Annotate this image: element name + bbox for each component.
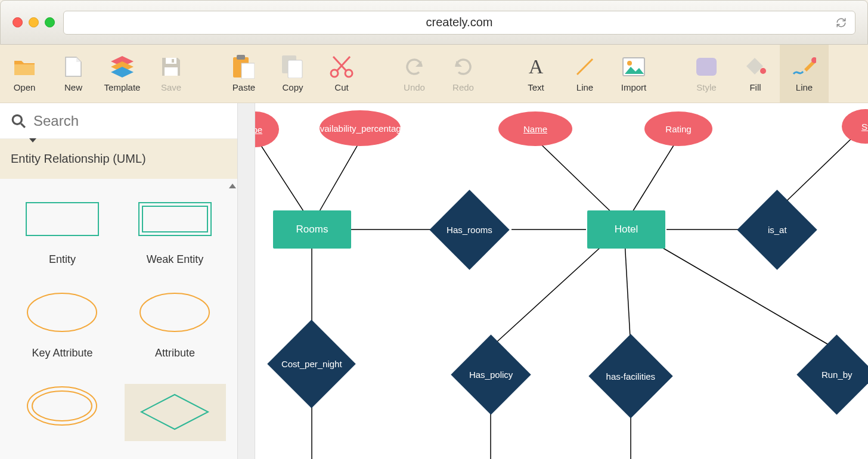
- svg-point-15: [627, 61, 632, 66]
- attribute-name[interactable]: Name: [498, 111, 572, 146]
- svg-line-38: [625, 241, 631, 348]
- search-row: [0, 103, 237, 139]
- shape-attribute[interactable]: Attribute: [125, 290, 226, 360]
- attribute-shape-icon: [138, 290, 212, 335]
- key-attribute-shape-icon: [25, 290, 100, 335]
- svg-rect-22: [139, 203, 211, 235]
- shape-panel: Entity Relationship (UML) Entity Weak En…: [0, 103, 237, 459]
- maximize-window-icon[interactable]: [45, 17, 55, 27]
- svg-point-24: [27, 293, 97, 331]
- style-button[interactable]: Style: [682, 45, 731, 103]
- line-button[interactable]: Line: [560, 45, 609, 103]
- svg-point-17: [760, 68, 766, 74]
- shape-entity[interactable]: Entity: [12, 197, 113, 266]
- text-button[interactable]: AText: [512, 45, 560, 103]
- svg-line-28: [255, 137, 309, 219]
- undo-button[interactable]: Undo: [390, 45, 439, 103]
- shape-weak-entity[interactable]: Weak Entity: [125, 197, 226, 266]
- svg-line-20: [21, 123, 25, 128]
- svg-line-13: [577, 59, 593, 75]
- shape-key-attribute[interactable]: Key Attribute: [12, 290, 113, 360]
- template-button[interactable]: Template: [98, 45, 147, 103]
- text-icon: A: [524, 55, 548, 79]
- attribute-type[interactable]: ype: [255, 111, 279, 147]
- svg-rect-0: [166, 58, 176, 64]
- svg-line-32: [777, 133, 857, 210]
- image-icon: [622, 55, 646, 79]
- entity-rooms[interactable]: Rooms: [273, 210, 351, 249]
- entity-shape-icon: [25, 197, 100, 241]
- svg-point-19: [13, 115, 21, 124]
- address-bar[interactable]: creately.com: [63, 11, 855, 35]
- relationship-is-at[interactable]: is_at: [737, 190, 817, 269]
- svg-rect-7: [288, 60, 302, 78]
- scroll-up-icon[interactable]: [229, 184, 236, 188]
- workspace: Entity Relationship (UML) Entity Weak En…: [0, 103, 868, 459]
- shape-label: Attribute: [155, 347, 195, 359]
- new-button[interactable]: New: [49, 45, 98, 103]
- shape-label: Entity: [49, 253, 76, 266]
- import-button[interactable]: Import: [609, 45, 658, 103]
- svg-rect-4: [237, 55, 245, 60]
- window-controls: [13, 17, 55, 27]
- shape-label: Weak Entity: [147, 253, 204, 266]
- open-button[interactable]: Open: [0, 45, 49, 103]
- toolbar: Open New Template Save Paste Copy Cut Un…: [0, 45, 868, 103]
- close-window-icon[interactable]: [13, 17, 23, 27]
- relationship-has-rooms[interactable]: Has_rooms: [429, 190, 509, 269]
- folder-icon: [13, 55, 36, 79]
- style-icon: [695, 55, 718, 79]
- relationship-shape-icon: [138, 390, 212, 435]
- paste-button[interactable]: Paste: [219, 45, 268, 103]
- pencil-icon: [792, 55, 816, 79]
- copy-icon: [281, 55, 305, 79]
- search-icon: [11, 113, 26, 129]
- svg-line-37: [491, 241, 607, 348]
- relationship-run-by[interactable]: Run_by: [796, 334, 868, 414]
- svg-line-31: [628, 138, 678, 219]
- save-button[interactable]: Save: [147, 45, 196, 103]
- canvas[interactable]: ype Availability_percentage Name Rating …: [255, 103, 868, 459]
- attribute-rating[interactable]: Rating: [644, 111, 712, 146]
- reload-icon[interactable]: [836, 17, 847, 28]
- svg-line-29: [315, 142, 359, 219]
- shapes-grid: Entity Weak Entity Key Attribute Attribu…: [0, 179, 237, 459]
- shape-relationship[interactable]: [125, 384, 226, 441]
- attribute-st[interactable]: St: [842, 109, 868, 144]
- save-icon: [159, 55, 183, 79]
- layers-icon: [110, 55, 134, 79]
- shape-multivalued-attribute[interactable]: [12, 384, 113, 441]
- multivalued-attribute-shape-icon: [25, 384, 100, 429]
- relationship-cost-per-night[interactable]: Cost_per_night: [267, 320, 355, 408]
- weak-entity-shape-icon: [138, 197, 212, 241]
- connections: [255, 103, 868, 459]
- svg-text:A: A: [529, 57, 544, 77]
- svg-rect-23: [142, 206, 207, 232]
- url-text: creately.com: [426, 15, 493, 29]
- line-icon: [573, 55, 597, 79]
- document-icon: [61, 55, 85, 79]
- relationship-has-policy[interactable]: Has_policy: [451, 334, 531, 414]
- copy-button[interactable]: Copy: [268, 45, 317, 103]
- scissors-icon: [330, 55, 354, 79]
- browser-chrome: creately.com: [0, 0, 868, 45]
- fill-button[interactable]: Fill: [731, 45, 780, 103]
- svg-line-30: [535, 139, 619, 219]
- category-header[interactable]: Entity Relationship (UML): [0, 139, 237, 179]
- minimize-window-icon[interactable]: [29, 17, 39, 27]
- entity-hotel[interactable]: Hotel: [587, 210, 665, 249]
- svg-rect-21: [26, 203, 98, 235]
- svg-line-39: [652, 241, 833, 348]
- shape-label: Key Attribute: [32, 347, 92, 359]
- attribute-availability[interactable]: Availability_percentage: [320, 110, 401, 146]
- cut-button[interactable]: Cut: [317, 45, 366, 103]
- undo-icon: [402, 55, 426, 79]
- line-tool-button[interactable]: Line: [780, 45, 829, 103]
- redo-icon: [451, 55, 475, 79]
- svg-rect-16: [696, 58, 717, 76]
- redo-button[interactable]: Redo: [439, 45, 488, 103]
- svg-rect-2: [165, 67, 178, 76]
- relationship-has-facilities[interactable]: has-facilities: [588, 334, 672, 418]
- search-input[interactable]: [33, 113, 227, 129]
- svg-point-25: [140, 293, 209, 331]
